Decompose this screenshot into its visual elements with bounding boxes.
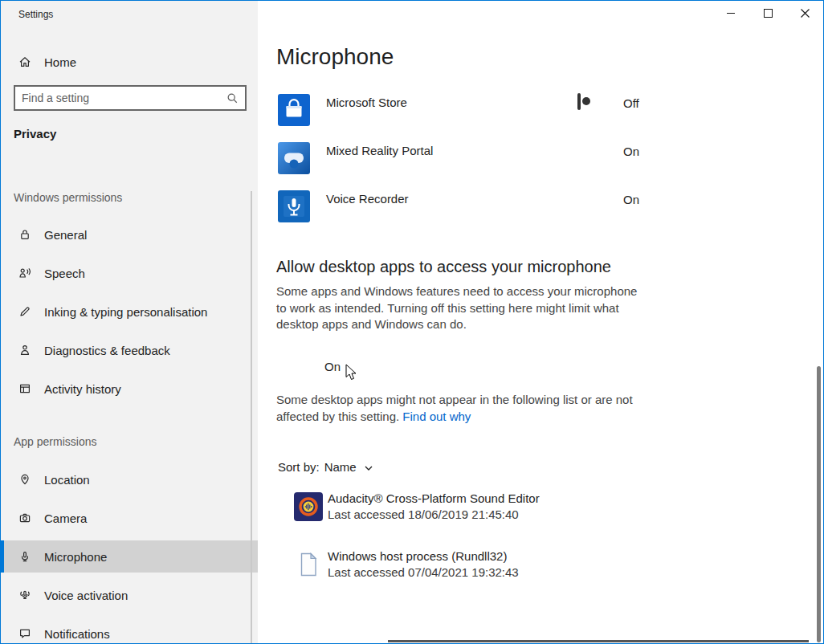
sidebar-item-label: Speech: [44, 267, 85, 280]
toggle-state-label: Off: [623, 96, 639, 110]
desktop-app-name: Windows host process (Rundll32): [328, 549, 507, 563]
section-header-app-permissions: App permissions: [14, 435, 97, 448]
chevron-down-icon: [365, 466, 373, 471]
desktop-app-row: Audacity® Cross-Platform Sound Editor La…: [294, 491, 744, 526]
sort-by-label: Sort by:: [278, 460, 320, 474]
speech-icon: [18, 267, 31, 279]
maximize-icon: [764, 9, 773, 18]
window-title: Settings: [18, 9, 53, 20]
window-controls: [712, 1, 823, 25]
voice-recorder-icon: [278, 190, 310, 222]
sidebar-item-label: Location: [44, 473, 90, 487]
close-button[interactable]: [786, 1, 823, 25]
settings-window: Settings Home Privacy Windows permission…: [0, 0, 824, 644]
sidebar-item-label: Voice activation: [44, 589, 128, 602]
sidebar-item-home[interactable]: Home: [1, 46, 258, 78]
app-permission-row: Mixed Reality Portal On: [278, 142, 696, 174]
sidebar-item-label: Diagnostics & feedback: [44, 344, 170, 357]
sidebar-item-label: Notifications: [44, 627, 110, 641]
desktop-access-description: Some apps and Windows features need to a…: [276, 283, 639, 333]
desktop-app-name: Audacity® Cross-Platform Sound Editor: [328, 491, 540, 505]
toggle-state-label: On: [623, 193, 639, 206]
sidebar-item-label: General: [44, 228, 87, 242]
search-box: [14, 85, 247, 111]
app-name: Microsoft Store: [326, 96, 407, 109]
page-title: Microphone: [276, 44, 394, 70]
sort-by-value: Name: [324, 460, 357, 474]
sidebar-item-microphone[interactable]: Microphone: [1, 540, 258, 573]
sidebar-item-location[interactable]: Location: [1, 463, 258, 495]
sidebar-item-inking[interactable]: Inking & typing personalisation: [1, 296, 258, 328]
microsoft-store-icon: [278, 94, 310, 126]
sidebar-item-label: Home: [44, 55, 76, 69]
app-permission-row: Voice Recorder On: [278, 190, 696, 222]
app-name: Voice Recorder: [326, 192, 409, 206]
search-input[interactable]: [15, 92, 226, 104]
mixed-reality-portal-icon: [278, 142, 310, 174]
desktop-app-last-accessed: Last accessed 18/06/2019 21:45:40: [328, 507, 519, 521]
sort-by-dropdown[interactable]: Sort by: Name: [278, 460, 373, 474]
sidebar-scrollbar[interactable]: [251, 191, 252, 644]
pen-icon: [18, 305, 31, 318]
sidebar-item-label: Activity history: [44, 382, 121, 396]
sidebar-item-label: Camera: [44, 512, 87, 525]
notification-bubble-icon: [18, 627, 31, 640]
lock-icon: [18, 228, 31, 241]
vertical-scrollbar[interactable]: [817, 366, 821, 642]
desktop-app-row: Windows host process (Rundll32) Last acc…: [294, 548, 744, 584]
sidebar-item-diagnostics[interactable]: Diagnostics & feedback: [1, 334, 258, 366]
person-icon: [18, 344, 31, 357]
sidebar-page-title: Privacy: [14, 127, 56, 141]
toggle-state-label: On: [623, 145, 639, 158]
activity-icon: [18, 382, 31, 395]
sidebar-item-voice-activation[interactable]: Voice activation: [1, 579, 258, 611]
app-name: Mixed Reality Portal: [326, 144, 433, 157]
sidebar-item-notifications[interactable]: Notifications: [1, 618, 258, 644]
microphone-icon: [18, 550, 31, 563]
desktop-access-toggle-label: On: [324, 360, 341, 373]
minimize-icon: [727, 13, 735, 14]
sidebar-item-general[interactable]: General: [1, 218, 258, 251]
sidebar-item-label: Inking & typing personalisation: [44, 305, 207, 319]
sidebar-item-camera[interactable]: Camera: [1, 502, 258, 534]
sidebar-item-activity-history[interactable]: Activity history: [1, 373, 258, 405]
location-pin-icon: [18, 473, 31, 486]
search-icon[interactable]: [226, 92, 239, 104]
section-header-windows-permissions: Windows permissions: [14, 191, 122, 204]
voice-activation-icon: [18, 589, 31, 601]
audacity-icon: [294, 492, 323, 521]
desktop-access-note: Some desktop apps might not appear in th…: [276, 392, 642, 425]
horizontal-scrollbar[interactable]: [388, 640, 809, 642]
minimize-button[interactable]: [712, 1, 749, 25]
sidebar-item-speech[interactable]: Speech: [1, 257, 258, 289]
camera-icon: [18, 512, 31, 524]
microsoft-store-toggle[interactable]: [577, 95, 581, 108]
sidebar-item-label: Microphone: [44, 550, 107, 564]
close-icon: [801, 9, 810, 18]
sidebar: Settings Home Privacy Windows permission…: [1, 1, 258, 643]
main-content: Microphone Microsoft Store Off: [258, 1, 823, 643]
find-out-why-link[interactable]: Find out why: [402, 410, 471, 423]
app-permission-row: Microsoft Store Off: [278, 94, 696, 126]
document-icon: [294, 550, 323, 579]
desktop-app-last-accessed: Last accessed 07/04/2021 19:32:43: [328, 565, 519, 579]
home-icon: [18, 55, 31, 68]
maximize-button[interactable]: [749, 1, 786, 25]
desktop-access-heading: Allow desktop apps to access your microp…: [276, 258, 662, 276]
